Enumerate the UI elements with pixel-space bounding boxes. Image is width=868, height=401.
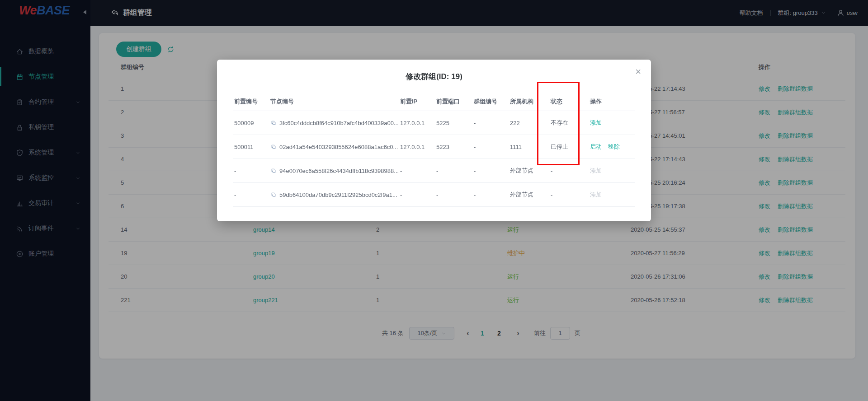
add-link[interactable]: 添加 — [590, 119, 602, 127]
copy-icon — [270, 144, 277, 150]
modal-column-header: 前置端口 — [436, 92, 460, 111]
front-port-cell: - — [436, 183, 438, 206]
front-id-cell: 500009 — [234, 111, 254, 135]
front-ip-cell: 127.0.0.1 — [400, 111, 425, 135]
modal-table-row: -59db64100da70db9c2911f2925bcd0c2f9a1...… — [233, 183, 635, 207]
remove-link[interactable]: 移除 — [608, 143, 620, 151]
modal-column-header: 操作 — [590, 92, 602, 111]
copy-icon — [270, 120, 277, 126]
modal-column-header: 前置IP — [400, 92, 417, 111]
modify-group-modal: 修改群组(ID: 19) × 前置编号节点编号前置IP前置端口群组编号所属机构状… — [217, 60, 651, 221]
front-id-cell: - — [234, 183, 236, 206]
group-id-cell: - — [474, 135, 476, 159]
node-id-text: 94e0070ec6a558f26c4434dffb118c9398988... — [279, 168, 399, 174]
node-id-cell: 59db64100da70db9c2911f2925bcd0c2f9a1... — [270, 183, 397, 206]
close-icon[interactable]: × — [635, 67, 641, 77]
modal-table-row: 50001102ad41a54e5403293855624e6088a1ac6c… — [233, 135, 635, 159]
node-id-text: 02ad41a54e5403293855624e6088a1ac6c0... — [279, 144, 398, 150]
front-ip-cell: 127.0.0.1 — [400, 135, 425, 159]
start-link[interactable]: 启动 — [590, 143, 602, 151]
org-cell: 222 — [510, 111, 520, 135]
add-link: 添加 — [590, 167, 602, 175]
modal-nodes-table: 前置编号节点编号前置IP前置端口群组编号所属机构状态操作5000093fc60c… — [233, 92, 635, 207]
node-status-cell: - — [551, 183, 552, 206]
node-status-cell: 不存在 — [551, 111, 568, 135]
copy-icon — [270, 168, 277, 174]
front-id-cell: - — [234, 159, 236, 182]
modal-row-actions: 启动移除 — [590, 135, 620, 159]
front-ip-cell: - — [400, 183, 402, 206]
modal-column-header: 群组编号 — [474, 92, 497, 111]
modal-row-actions: 添加 — [590, 111, 602, 135]
node-id-cell: 02ad41a54e5403293855624e6088a1ac6c0... — [270, 135, 398, 159]
copy-icon — [270, 191, 277, 198]
modal-table-row: -94e0070ec6a558f26c4434dffb118c9398988..… — [233, 159, 635, 183]
modal-row-actions: 添加 — [590, 183, 602, 206]
node-id-text: 3fc60c4dddcb8f64c910b7afc4bd400339a00... — [279, 120, 399, 126]
modal-column-header: 所属机构 — [510, 92, 533, 111]
node-id-cell: 94e0070ec6a558f26c4434dffb118c9398988... — [270, 159, 399, 182]
front-port-cell: 5225 — [436, 111, 449, 135]
front-id-cell: 500011 — [234, 135, 253, 159]
org-cell: 外部节点 — [510, 159, 533, 182]
node-status-cell: - — [551, 159, 552, 182]
node-id-text: 59db64100da70db9c2911f2925bcd0c2f9a1... — [279, 191, 397, 198]
group-id-cell: - — [474, 111, 476, 135]
modal-column-header: 节点编号 — [270, 92, 294, 111]
front-ip-cell: - — [400, 159, 402, 182]
node-id-cell: 3fc60c4dddcb8f64c910b7afc4bd400339a00... — [270, 111, 399, 135]
modal-column-header: 前置编号 — [234, 92, 258, 111]
node-status-cell: 已停止 — [551, 135, 568, 159]
front-port-cell: 5223 — [436, 135, 449, 159]
front-port-cell: - — [436, 159, 438, 182]
modal-row-actions: 添加 — [590, 159, 602, 182]
org-cell: 1111 — [510, 135, 522, 159]
group-id-cell: - — [474, 183, 476, 206]
org-cell: 外部节点 — [510, 183, 533, 206]
modal-column-header: 状态 — [551, 92, 562, 111]
add-link: 添加 — [590, 191, 602, 199]
modal-title: 修改群组(ID: 19) — [217, 60, 651, 82]
group-id-cell: - — [474, 159, 476, 182]
modal-table-row: 5000093fc60c4dddcb8f64c910b7afc4bd400339… — [233, 111, 635, 135]
modal-table-header-row: 前置编号节点编号前置IP前置端口群组编号所属机构状态操作 — [233, 92, 635, 111]
